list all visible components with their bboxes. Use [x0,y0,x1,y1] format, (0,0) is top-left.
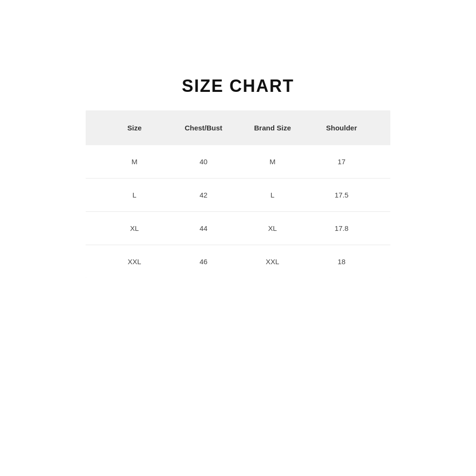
table-body: M 40 M 17 L 42 L 17.5 XL 44 XL 17.8 XXL … [86,145,390,278]
cell-size-xxl: XXL [100,258,169,266]
cell-chest-m: 40 [169,158,238,166]
cell-chest-xxl: 46 [169,258,238,266]
header-shoulder: Shoulder [307,124,376,132]
cell-size-l: L [100,191,169,199]
cell-shoulder-xl: 17.8 [307,224,376,232]
page-container: SIZE CHART Size Chest/Bust Brand Size Sh… [0,0,476,476]
header-brand: Brand Size [238,124,307,132]
table-row: M 40 M 17 [86,145,390,178]
table-row: L 42 L 17.5 [86,178,390,212]
cell-brand-xl: XL [238,224,307,232]
cell-chest-l: 42 [169,191,238,199]
header-chest: Chest/Bust [169,124,238,132]
cell-brand-xxl: XXL [238,258,307,266]
size-chart-table: Size Chest/Bust Brand Size Shoulder M 40… [86,110,390,278]
cell-shoulder-l: 17.5 [307,191,376,199]
cell-chest-xl: 44 [169,224,238,232]
cell-brand-m: M [238,158,307,166]
table-header-row: Size Chest/Bust Brand Size Shoulder [86,110,390,145]
cell-brand-l: L [238,191,307,199]
table-row: XXL 46 XXL 18 [86,245,390,278]
page-title: SIZE CHART [182,76,294,96]
table-row: XL 44 XL 17.8 [86,212,390,245]
header-size: Size [100,124,169,132]
cell-size-m: M [100,158,169,166]
cell-shoulder-m: 17 [307,158,376,166]
cell-size-xl: XL [100,224,169,232]
cell-shoulder-xxl: 18 [307,258,376,266]
